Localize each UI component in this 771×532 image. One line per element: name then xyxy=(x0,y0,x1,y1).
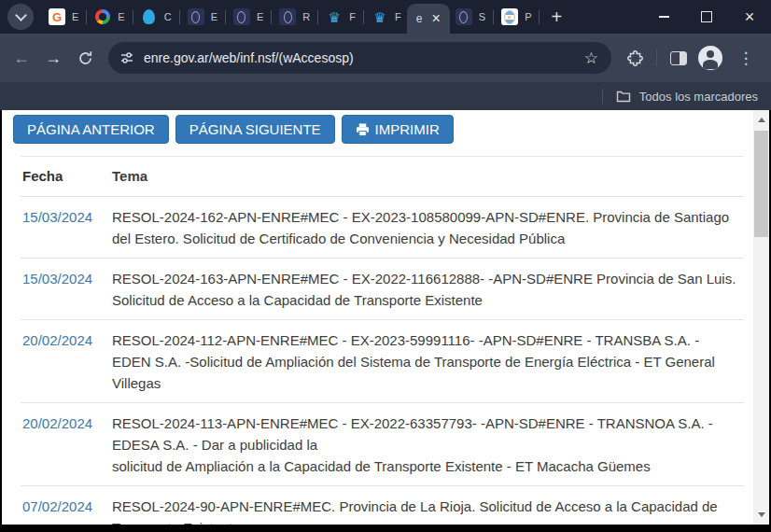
browser-tab-7[interactable]: ♛ F xyxy=(320,0,361,34)
crown-favicon: ♛ xyxy=(371,8,388,25)
reload-icon xyxy=(77,50,93,66)
browser-toolbar: ← → enre.gov.ar/web/inf.nsf/(wAccesosp) … xyxy=(0,34,771,82)
puzzle-icon xyxy=(627,50,643,66)
tab-divider xyxy=(271,10,272,24)
drupal-favicon xyxy=(141,8,158,25)
browser-tab-11[interactable]: P xyxy=(496,0,537,34)
browser-tab-4[interactable]: E xyxy=(182,0,223,34)
folder-icon xyxy=(616,90,631,103)
resolutions-table: Fecha Tema 15/03/2024 RESOL-2024-162-APN… xyxy=(21,156,744,525)
browser-tab-8[interactable]: ♛ F xyxy=(366,0,407,34)
new-tab-button[interactable]: + xyxy=(551,7,562,28)
tab-title: E xyxy=(257,11,263,22)
tab-title: F xyxy=(395,11,401,22)
google-favicon xyxy=(94,8,111,25)
date-link[interactable]: 07/02/2024 xyxy=(21,496,112,525)
tab-title: P xyxy=(525,11,531,22)
orange-g-favicon: G xyxy=(49,8,65,25)
topic-text: RESOL-2024-90-APN-ENRE#MEC. Provincia de… xyxy=(112,496,744,525)
tab-title: R xyxy=(302,11,310,22)
window-controls: × xyxy=(642,0,771,34)
table-header-row: Fecha Tema xyxy=(21,157,744,197)
extensions-button[interactable] xyxy=(619,42,651,74)
side-panel-button[interactable] xyxy=(663,42,694,74)
emblem-favicon xyxy=(279,8,296,25)
tab-title: F xyxy=(349,11,356,22)
browser-tab-strip: G E E C E E R ♛ F ♛ xyxy=(0,0,771,34)
url-text[interactable]: enre.gov.ar/web/inf.nsf/(wAccesosp) xyxy=(144,50,354,65)
scroll-down-button[interactable] xyxy=(753,507,769,523)
bookmark-star-icon[interactable]: ☆ xyxy=(584,49,598,68)
emblem-favicon xyxy=(456,8,472,25)
tab-divider xyxy=(179,10,180,24)
maximize-button[interactable] xyxy=(685,0,728,34)
previous-page-button[interactable]: PÁGINA ANTERIOR xyxy=(13,115,169,144)
date-link[interactable]: 20/02/2024 xyxy=(21,413,112,477)
tab-divider xyxy=(133,10,133,24)
browser-tab-2[interactable]: E xyxy=(89,0,130,34)
print-button-label: IMPRIMIR xyxy=(375,121,440,137)
argentina-coat-favicon xyxy=(501,8,518,25)
table-row: 07/02/2024 RESOL-2024-90-APN-ENRE#MEC. P… xyxy=(21,486,744,525)
bookmarks-bar: Todos los marcadores xyxy=(0,82,771,110)
tab-title: e xyxy=(416,12,423,25)
forward-button[interactable]: → xyxy=(37,42,69,74)
tab-divider xyxy=(225,10,226,24)
topic-text: RESOL-2024-162-APN-ENRE#MEC - EX-2023-10… xyxy=(112,206,744,249)
table-row: 20/02/2024 RESOL-2024-113-APN-ENRE#MEC -… xyxy=(21,403,744,486)
reload-button[interactable] xyxy=(69,42,101,74)
profile-button[interactable] xyxy=(694,42,726,74)
back-button[interactable]: ← xyxy=(6,42,37,74)
printer-icon xyxy=(356,123,370,136)
address-bar[interactable]: enre.gov.ar/web/inf.nsf/(wAccesosp) ☆ xyxy=(108,42,611,74)
print-button[interactable]: IMPRIMIR xyxy=(342,115,454,144)
scroll-down-icon xyxy=(758,512,765,517)
tab-title: E xyxy=(72,11,78,22)
table-row: 15/03/2024 RESOL-2024-163-APN-ENRE#MEC -… xyxy=(21,259,744,320)
tab-close-icon[interactable]: × xyxy=(431,11,440,26)
emblem-favicon xyxy=(188,8,204,25)
toolbar-divider xyxy=(656,49,657,66)
table-row: 15/03/2024 RESOL-2024-162-APN-ENRE#MEC -… xyxy=(21,197,744,259)
date-link[interactable]: 15/03/2024 xyxy=(21,268,112,311)
tab-divider xyxy=(539,10,540,24)
header-fecha: Fecha xyxy=(21,165,112,187)
tab-divider xyxy=(86,10,87,24)
site-settings-icon[interactable] xyxy=(119,50,134,65)
tab-title: E xyxy=(118,11,124,22)
topic-text: RESOL-2024-112-APN-ENRE#MEC - EX-2023-59… xyxy=(112,329,744,394)
topic-text: RESOL-2024-113-APN-ENRE#MEC - EX-2022-63… xyxy=(112,413,744,477)
tab-title: E xyxy=(211,11,217,22)
close-button[interactable]: × xyxy=(728,0,771,34)
browser-tab-3[interactable]: C xyxy=(135,0,177,34)
tab-divider xyxy=(493,10,494,24)
browser-tab-1[interactable]: G E xyxy=(43,0,84,34)
topic-text: RESOL-2024-163-APN-ENRE#MEC - EX-2022-11… xyxy=(112,268,744,311)
next-page-button[interactable]: PÁGINA SIGUIENTE xyxy=(175,115,335,144)
date-link[interactable]: 20/02/2024 xyxy=(21,329,112,394)
crown-favicon: ♛ xyxy=(326,8,343,25)
browser-tab-5[interactable]: E xyxy=(228,0,269,34)
chevron-down-icon xyxy=(15,9,27,21)
browser-tab-active[interactable]: e × xyxy=(407,4,450,34)
browser-tab-6[interactable]: R xyxy=(273,0,315,34)
minimize-button[interactable] xyxy=(642,0,685,34)
page-content: PÁGINA ANTERIOR PÁGINA SIGUIENTE IMPRIMI… xyxy=(2,110,769,525)
avatar xyxy=(698,46,722,70)
side-panel-icon xyxy=(670,51,687,65)
scroll-up-button[interactable] xyxy=(753,112,769,128)
pagination-buttons: PÁGINA ANTERIOR PÁGINA SIGUIENTE IMPRIMI… xyxy=(13,115,769,144)
table-row: 20/02/2024 RESOL-2024-112-APN-ENRE#MEC -… xyxy=(21,320,744,403)
bookmarks-divider xyxy=(602,89,603,104)
date-link[interactable]: 15/03/2024 xyxy=(21,206,112,249)
vertical-scrollbar[interactable] xyxy=(753,110,769,525)
all-bookmarks-button[interactable]: Todos los marcadores xyxy=(639,90,758,104)
menu-button[interactable]: ⋮ xyxy=(730,42,762,74)
tab-divider xyxy=(317,10,318,24)
tab-search-button[interactable] xyxy=(7,4,34,30)
maximize-icon xyxy=(701,11,712,22)
scrollbar-thumb[interactable] xyxy=(754,131,768,237)
browser-tab-10[interactable]: S xyxy=(450,0,491,34)
tab-divider xyxy=(363,10,364,24)
emblem-favicon xyxy=(233,8,250,25)
